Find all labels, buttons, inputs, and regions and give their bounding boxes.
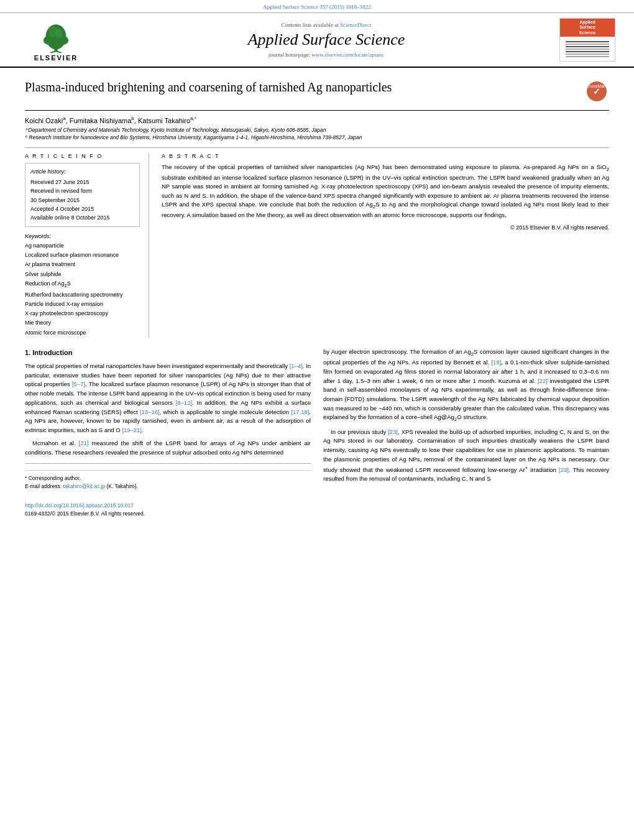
footnote-section: * Corresponding author. E-mail address: …: [25, 463, 311, 518]
thumb-line-3: [566, 46, 609, 47]
thumb-line-4: [566, 48, 609, 50]
authors-text: Koichi Ozakia, Fumitaka Nishiyamab, Kats…: [25, 117, 196, 124]
crossmark[interactable]: ✓ CrossMark: [584, 79, 609, 104]
affiliation-b: ᵇ Research Institute for Nanodevice and …: [25, 134, 609, 142]
journal-center: Contents lists available at ScienceDirec…: [93, 22, 559, 58]
keywords-list: Ag nanoparticle Localized surface plasmo…: [25, 241, 140, 338]
keyword-5: Reduction of Ag2S: [25, 279, 140, 290]
keyword-3: Ar plasma treatment: [25, 260, 140, 269]
body-col-right: by Auger electron spectroscopy. The form…: [323, 348, 609, 518]
received-date: Received 27 June 2015: [30, 178, 134, 187]
doi-link-container: http://dx.doi.org/10.1016/j.apsusc.2015.…: [25, 502, 311, 510]
keyword-1: Ag nanoparticle: [25, 241, 140, 251]
ref-21-inline: [21]: [79, 440, 89, 446]
body-text-col1: The optical properties of metal nanopart…: [25, 362, 311, 457]
thumb-title-line3: Science: [561, 30, 613, 35]
article-history-box: Article history: Received 27 June 2015 R…: [25, 163, 140, 226]
journal-homepage: journal homepage: www.elsevier.com/locat…: [93, 52, 559, 58]
article-info-abstract-section: A R T I C L E I N F O Article history: R…: [25, 147, 609, 338]
affiliation-a: ᵃ Department of Chemistry and Materials …: [25, 127, 609, 134]
journal-citation-bar: Applied Surface Science 357 (2015) 1816–…: [0, 0, 634, 13]
crossmark-icon: ✓ CrossMark: [586, 80, 608, 103]
svg-point-5: [55, 29, 62, 38]
contents-line: Contents lists available at ScienceDirec…: [93, 22, 559, 28]
keyword-4: Silver sulphide: [25, 270, 140, 279]
journal-citation-text: Applied Surface Science 357 (2015) 1816–…: [263, 4, 371, 10]
keyword-7: Particle induced X-ray emission: [25, 300, 140, 309]
keywords-label: Keywords:: [25, 233, 140, 239]
authors-line: Koichi Ozakia, Fumitaka Nishiyamab, Kats…: [25, 116, 609, 124]
email-link[interactable]: takahiro@kit.ac.jp: [63, 483, 105, 489]
thumb-line-5: [566, 51, 609, 52]
article-title: Plasma-induced brightening and coarsenin…: [25, 79, 392, 95]
keyword-9: Mie theory: [25, 318, 140, 328]
body-text-col2: by Auger electron spectroscopy. The form…: [323, 348, 609, 484]
svg-text:CrossMark: CrossMark: [586, 84, 607, 88]
body-section: 1. Introduction The optical properties o…: [25, 348, 609, 518]
thumb-header: Applied Surface Science: [560, 19, 615, 37]
body-para-2: Mcmahon et al. [21] measured the shift o…: [25, 439, 311, 457]
ref-13-16: [13–16]: [140, 408, 160, 415]
body-para-1: The optical properties of metal nanopart…: [25, 362, 311, 435]
elsevier-tree-icon: [31, 19, 81, 53]
article-info-header: A R T I C L E I N F O: [25, 153, 140, 159]
received-revised-label: Received in revised form: [30, 187, 134, 195]
svg-line-7: [56, 51, 62, 53]
elsevier-label: ELSEVIER: [34, 54, 78, 62]
page: Applied Surface Science 357 (2015) 1816–…: [0, 0, 634, 840]
journal-thumbnail: Applied Surface Science: [559, 18, 615, 62]
available-date: Available online 8 October 2015: [30, 213, 134, 222]
ref-22: [22]: [538, 377, 548, 384]
thumb-chart: [566, 40, 609, 58]
affiliations: ᵃ Department of Chemistry and Materials …: [25, 127, 609, 142]
ref-19-col2: [19]: [491, 359, 501, 366]
homepage-link[interactable]: www.elsevier.com/locate/apsusc: [311, 52, 384, 58]
abstract-column: A B S T R A C T The recovery of the opti…: [162, 153, 609, 338]
thumb-line-6: [566, 53, 609, 55]
received-revised-date: 30 September 2015: [30, 196, 134, 205]
abstract-copyright: © 2015 Elsevier B.V. All rights reserved…: [162, 224, 609, 231]
thumb-line-7: [566, 56, 609, 57]
footnote-email: E-mail address: takahiro@kit.ac.jp (K. T…: [25, 482, 311, 491]
article-title-section: Plasma-induced brightening and coarsenin…: [25, 79, 609, 111]
email-label: E-mail address:: [25, 483, 62, 489]
body-para-col2-1: by Auger electron spectroscopy. The form…: [323, 348, 609, 424]
ref-23: [23]: [388, 428, 398, 435]
sciencedirect-link[interactable]: ScienceDirect: [340, 22, 371, 28]
journal-header: ELSEVIER Contents lists available at Sci…: [0, 13, 634, 68]
corresponding-label: * Corresponding author.: [25, 475, 81, 481]
section1-title: 1. Introduction: [25, 348, 311, 358]
main-content: Plasma-induced brightening and coarsenin…: [0, 68, 634, 524]
footnote-corresponding: * Corresponding author.: [25, 474, 311, 482]
email-name: (K. Takahiro).: [107, 483, 138, 489]
abstract-header: A B S T R A C T: [162, 153, 609, 159]
ref-17-18: [17,18]: [291, 408, 309, 415]
keyword-6: Rutherford backscattering spectrometry: [25, 290, 140, 300]
issn-text: 0169-4332/© 2015 Elsevier B.V. All right…: [25, 510, 311, 518]
accepted-date: Accepted 4 October 2015: [30, 205, 134, 213]
thumb-title-line1: Applied: [561, 20, 613, 25]
elsevier-logo: ELSEVIER: [19, 19, 93, 62]
footnote-divider: [25, 470, 311, 471]
thumb-body: [560, 37, 615, 61]
keywords-section: Keywords: Ag nanoparticle Localized surf…: [25, 233, 140, 338]
homepage-label: journal homepage:: [269, 52, 310, 58]
history-label: Article history:: [30, 167, 134, 176]
ref-19-21: [19–21]: [122, 427, 142, 433]
abstract-text: The recovery of the optical properties o…: [162, 163, 609, 219]
footnote-blank: [25, 494, 311, 502]
svg-line-6: [50, 51, 56, 53]
thumb-line-2: [566, 44, 609, 45]
ref-1-4: [1–4]: [290, 362, 303, 369]
keyword-8: X-ray photoelectron spectroscopy: [25, 309, 140, 318]
ref-23-b: [23]: [559, 466, 569, 473]
contents-label: Contents lists available at: [282, 22, 339, 28]
journal-name: Applied Surface Science: [93, 30, 559, 49]
svg-point-2: [44, 35, 55, 45]
body-col-left: 1. Introduction The optical properties o…: [25, 348, 311, 518]
thumb-title-line2: Surface: [561, 25, 613, 30]
ref-5-7: [5–7]: [72, 381, 85, 387]
doi-link[interactable]: http://dx.doi.org/10.1016/j.apsusc.2015.…: [25, 502, 134, 509]
article-info-column: A R T I C L E I N F O Article history: R…: [25, 153, 149, 338]
keyword-2: Localized surface plasmon resonance: [25, 251, 140, 260]
